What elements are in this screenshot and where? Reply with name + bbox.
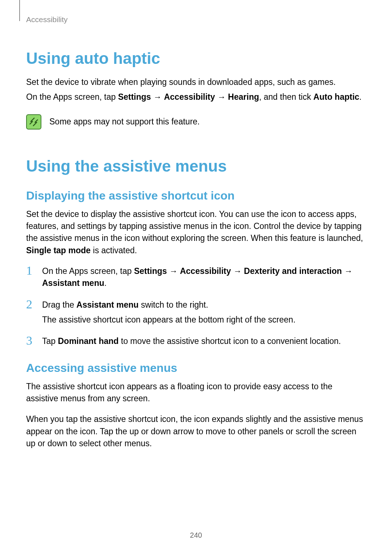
- note-icon: [26, 114, 41, 130]
- accessibility-label: Accessibility: [164, 92, 215, 102]
- step-1-body: On the Apps screen, tap Settings → Acces…: [42, 265, 366, 290]
- note-text: Some apps may not support this feature.: [49, 114, 200, 128]
- heading-using-auto-haptic: Using auto haptic: [26, 49, 366, 67]
- step-number-3: 3: [26, 335, 36, 347]
- accessing-p1: The assistive shortcut icon appears as a…: [26, 381, 366, 405]
- page-number: 240: [0, 531, 392, 539]
- auto-haptic-path: On the Apps screen, tap Settings → Acces…: [26, 91, 366, 103]
- text: .: [359, 92, 362, 102]
- text: to move the assistive shortcut icon to a…: [119, 336, 341, 346]
- text: is activated.: [91, 246, 137, 255]
- arrow-icon: →: [215, 92, 228, 102]
- settings-label: Settings: [118, 92, 151, 102]
- text: On the Apps screen, tap: [26, 92, 118, 102]
- text: Drag the: [42, 300, 77, 309]
- text: .: [104, 278, 106, 288]
- text: On the Apps screen, tap: [42, 266, 134, 276]
- arrow-icon: →: [342, 266, 352, 276]
- dexterity-label: Dexterity and interaction: [244, 266, 342, 276]
- arrow-icon: →: [151, 92, 164, 102]
- auto-haptic-label: Auto haptic: [313, 92, 359, 102]
- arrow-icon: →: [231, 266, 244, 276]
- accessing-p2: When you tap the assistive shortcut icon…: [26, 413, 366, 450]
- step-number-1: 1: [26, 264, 36, 277]
- text: switch to the right.: [139, 300, 208, 309]
- arrow-icon: →: [167, 266, 180, 276]
- step-2-body: Drag the Assistant menu switch to the ri…: [42, 299, 366, 326]
- breadcrumb: Accessibility: [26, 15, 366, 24]
- assistant-menu-label: Assistant menu: [42, 278, 104, 288]
- step-3: 3 Tap Dominant hand to move the assistiv…: [26, 335, 366, 347]
- displaying-description: Set the device to display the assistive …: [26, 208, 366, 257]
- heading-using-assistive-menus: Using the assistive menus: [26, 157, 366, 175]
- settings-label: Settings: [134, 266, 167, 276]
- hearing-label: Hearing: [228, 92, 259, 102]
- single-tap-mode-label: Single tap mode: [26, 246, 91, 255]
- step-number-2: 2: [26, 298, 36, 311]
- step-1: 1 On the Apps screen, tap Settings → Acc…: [26, 265, 366, 290]
- note-block: Some apps may not support this feature.: [26, 114, 366, 130]
- text: Set the device to display the assistive …: [26, 209, 363, 243]
- subheading-displaying-shortcut-icon: Displaying the assistive shortcut icon: [26, 189, 366, 202]
- step-2-sub: The assistive shortcut icon appears at t…: [42, 314, 366, 326]
- assistant-menu-label: Assistant menu: [77, 300, 139, 309]
- subheading-accessing-assistive-menus: Accessing assistive menus: [26, 361, 366, 375]
- step-3-body: Tap Dominant hand to move the assistive …: [42, 335, 366, 347]
- auto-haptic-description: Set the device to vibrate when playing s…: [26, 76, 366, 88]
- dominant-hand-label: Dominant hand: [58, 336, 118, 346]
- accessibility-label: Accessibility: [180, 266, 231, 276]
- text: , and then tick: [259, 92, 314, 102]
- header-rule: [19, 0, 20, 21]
- step-2: 2 Drag the Assistant menu switch to the …: [26, 299, 366, 326]
- text: Tap: [42, 336, 58, 346]
- page-content: Accessibility Using auto haptic Set the …: [0, 0, 392, 450]
